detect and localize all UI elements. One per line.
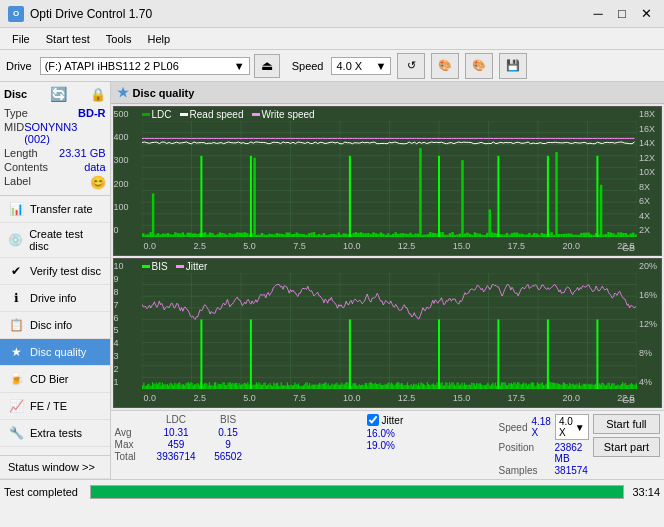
speed-row: Speed 4.18 X 4.0 X ▼ bbox=[499, 414, 589, 440]
disc-contents-label: Contents bbox=[4, 161, 48, 173]
disc-contents-row: Contents data bbox=[4, 160, 106, 174]
start-full-button[interactable]: Start full bbox=[593, 414, 660, 434]
speed-select-stat[interactable]: 4.0 X ▼ bbox=[555, 414, 589, 440]
color-button1[interactable]: 🎨 bbox=[431, 53, 459, 79]
max-label: Max bbox=[115, 439, 147, 450]
disc-quality-label: Disc quality bbox=[30, 346, 86, 358]
right-panel: ★ Disc quality LDC Read speed bbox=[111, 82, 664, 479]
drive-select[interactable]: (F:) ATAPI iHBS112 2 PL06 ▼ bbox=[40, 57, 250, 75]
title-bar: O Opti Drive Control 1.70 ─ □ ✕ bbox=[0, 0, 664, 28]
sidebar-item-status-window[interactable]: Status window >> bbox=[0, 456, 110, 479]
refresh-button[interactable]: ↺ bbox=[397, 53, 425, 79]
disc-mid-label: MID bbox=[4, 121, 24, 145]
progress-bar-container bbox=[90, 485, 624, 499]
samples-value: 381574 bbox=[555, 465, 588, 476]
samples-row: Samples 381574 bbox=[499, 465, 589, 476]
sidebar-item-disc-quality[interactable]: ★ Disc quality bbox=[0, 339, 110, 366]
write-speed-dot bbox=[252, 113, 260, 116]
disc-label-icon: 😊 bbox=[90, 175, 106, 190]
menu-file[interactable]: File bbox=[4, 31, 38, 47]
max-bis: 9 bbox=[206, 439, 251, 450]
disc-info-icon: 📋 bbox=[8, 317, 24, 333]
sidebar-item-disc-info[interactable]: 📋 Disc info bbox=[0, 312, 110, 339]
sidebar-item-fe-te[interactable]: 📈 FE / TE bbox=[0, 393, 110, 420]
stats-header-ldc: LDC bbox=[149, 414, 204, 425]
quality-header: ★ Disc quality bbox=[111, 82, 664, 104]
menu-start-test[interactable]: Start test bbox=[38, 31, 98, 47]
chart1-x-unit: GB bbox=[622, 243, 635, 253]
start-part-button[interactable]: Start part bbox=[593, 437, 660, 457]
transfer-rate-label: Transfer rate bbox=[30, 203, 93, 215]
chart2-inner bbox=[142, 273, 637, 389]
cd-bier-label: CD Bier bbox=[30, 373, 69, 385]
title-bar-left: O Opti Drive Control 1.70 bbox=[8, 6, 152, 22]
stats-header-bis: BIS bbox=[206, 414, 251, 425]
avg-ldc: 10.31 bbox=[149, 427, 204, 438]
save-button[interactable]: 💾 bbox=[499, 53, 527, 79]
minimize-button[interactable]: ─ bbox=[588, 4, 608, 24]
speed-value-stat: 4.18 X bbox=[531, 416, 550, 438]
verify-test-disc-label: Verify test disc bbox=[30, 265, 101, 277]
menu-help[interactable]: Help bbox=[139, 31, 178, 47]
status-bar: Test completed 33:14 bbox=[0, 479, 664, 503]
charts-area: LDC Read speed Write speed 500 400 300 bbox=[111, 104, 664, 410]
disc-mid-row: MID SONYNN3 (002) bbox=[4, 120, 106, 146]
avg-bis: 0.15 bbox=[206, 427, 251, 438]
disc-lock-icon: 🔒 bbox=[90, 87, 106, 102]
disc-quality-icon: ★ bbox=[8, 344, 24, 360]
fe-te-icon: 📈 bbox=[8, 398, 24, 414]
status-text: Test completed bbox=[4, 486, 78, 498]
legend-ldc: LDC bbox=[142, 109, 172, 120]
sidebar-item-drive-info[interactable]: ℹ Drive info bbox=[0, 285, 110, 312]
disc-refresh-icon[interactable]: 🔄 bbox=[50, 86, 67, 102]
stats-headers: LDC BIS bbox=[115, 414, 355, 425]
menu-tools[interactable]: Tools bbox=[98, 31, 140, 47]
drive-dropdown-icon: ▼ bbox=[234, 60, 245, 72]
disc-length-row: Length 23.31 GB bbox=[4, 146, 106, 160]
position-label: Position bbox=[499, 442, 551, 464]
read-speed-label: Read speed bbox=[190, 109, 244, 120]
jitter-checkbox[interactable] bbox=[367, 414, 379, 426]
jitter-header: Jitter bbox=[367, 414, 487, 426]
legend-bis: BIS bbox=[142, 261, 168, 272]
sidebar-item-cd-bier[interactable]: 🍺 CD Bier bbox=[0, 366, 110, 393]
jitter-chart-label: Jitter bbox=[186, 261, 208, 272]
maximize-button[interactable]: □ bbox=[612, 4, 632, 24]
color-button2[interactable]: 🎨 bbox=[465, 53, 493, 79]
disc-type-value: BD-R bbox=[78, 107, 106, 119]
disc-header: Disc 🔄 🔒 bbox=[4, 86, 106, 102]
speed-select[interactable]: 4.0 X ▼ bbox=[331, 57, 391, 75]
disc-info-label: Disc info bbox=[30, 319, 72, 331]
position-row: Position 23862 MB bbox=[499, 442, 589, 464]
close-button[interactable]: ✕ bbox=[636, 4, 656, 24]
chart2-legend: BIS Jitter bbox=[142, 261, 208, 272]
total-label: Total bbox=[115, 451, 147, 462]
progress-bar-fill bbox=[91, 486, 623, 498]
transfer-rate-icon: 📊 bbox=[8, 201, 24, 217]
disc-length-label: Length bbox=[4, 147, 38, 159]
jitter-avg-row: 16.0% bbox=[367, 428, 487, 439]
sidebar-item-verify-test-disc[interactable]: ✔ Verify test disc bbox=[0, 258, 110, 285]
quality-header-title: Disc quality bbox=[133, 87, 195, 99]
disc-mid-value: SONYNN3 (002) bbox=[24, 121, 105, 145]
bis-dot bbox=[142, 265, 150, 268]
sidebar-item-create-test-disc[interactable]: 💿 Create test disc bbox=[0, 223, 110, 258]
chart1-inner bbox=[142, 121, 637, 237]
write-speed-label: Write speed bbox=[262, 109, 315, 120]
action-buttons: Start full Start part bbox=[593, 414, 660, 476]
speed-dropdown-icon: ▼ bbox=[376, 60, 387, 72]
disc-label-row: Label 😊 bbox=[4, 174, 106, 191]
eject-button[interactable]: ⏏ bbox=[254, 54, 280, 78]
speed-label-stat: Speed bbox=[499, 422, 528, 433]
chart1-container: LDC Read speed Write speed 500 400 300 bbox=[113, 106, 662, 256]
drive-info-icon: ℹ bbox=[8, 290, 24, 306]
cd-bier-icon: 🍺 bbox=[8, 371, 24, 387]
app-icon: O bbox=[8, 6, 24, 22]
quality-header-icon: ★ bbox=[117, 85, 129, 100]
extra-tests-label: Extra tests bbox=[30, 427, 82, 439]
menu-bar: File Start test Tools Help bbox=[0, 28, 664, 50]
sidebar-item-extra-tests[interactable]: 🔧 Extra tests bbox=[0, 420, 110, 447]
ldc-label: LDC bbox=[152, 109, 172, 120]
sidebar-item-transfer-rate[interactable]: 📊 Transfer rate bbox=[0, 196, 110, 223]
disc-label-label: Label bbox=[4, 175, 31, 190]
